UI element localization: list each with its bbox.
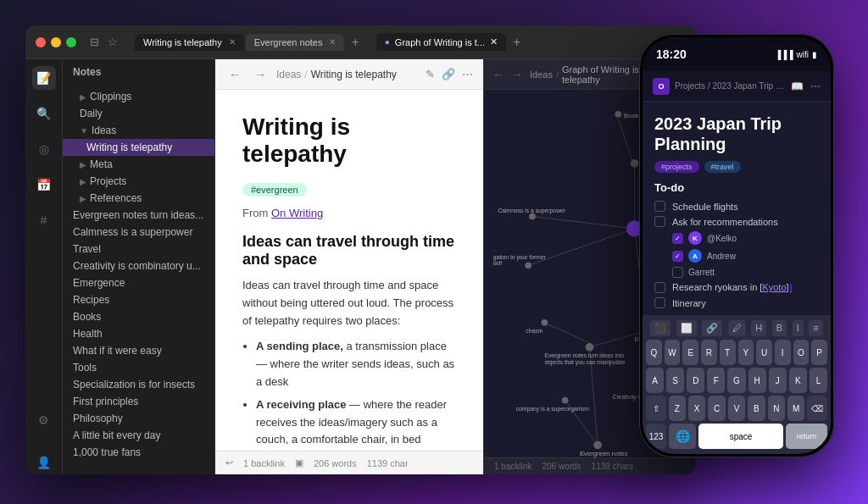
kb-toolbar-btn-pen[interactable]: 🖊 bbox=[728, 320, 746, 336]
key-i[interactable]: I bbox=[775, 340, 791, 365]
sidebar-toggle-icon[interactable]: ⊟ bbox=[90, 36, 99, 48]
key-delete[interactable]: ⌫ bbox=[807, 396, 827, 421]
tag-badge[interactable]: #evergreen bbox=[242, 183, 307, 197]
key-g[interactable]: G bbox=[727, 368, 745, 393]
tab-add-button[interactable]: + bbox=[346, 35, 364, 50]
tab-close-icon[interactable]: ✕ bbox=[229, 37, 236, 47]
more-icon[interactable]: ⋯ bbox=[810, 80, 821, 92]
sidebar-item-health[interactable]: Health bbox=[63, 325, 214, 342]
search-icon[interactable]: 🔍 bbox=[32, 102, 56, 125]
kb-toolbar-btn-list[interactable]: ≡ bbox=[809, 320, 822, 336]
sidebar-item-tools[interactable]: Tools bbox=[63, 359, 214, 376]
graph-node-chasm[interactable] bbox=[542, 319, 548, 326]
kb-toolbar-btn-1[interactable]: ⬛ bbox=[650, 320, 670, 336]
key-w[interactable]: W bbox=[665, 340, 681, 365]
todo-checkbox-checked[interactable]: ✓ bbox=[672, 233, 683, 244]
key-number[interactable]: 123 bbox=[646, 424, 666, 449]
todo-item-flights[interactable]: Schedule flights bbox=[654, 201, 819, 212]
maximize-button[interactable] bbox=[66, 37, 76, 47]
minimize-button[interactable] bbox=[51, 37, 61, 47]
graph-icon[interactable]: ◎ bbox=[32, 137, 56, 161]
todo-checkbox-checked[interactable]: ✓ bbox=[672, 251, 683, 262]
todo-checkbox[interactable] bbox=[654, 282, 665, 293]
sidebar-item-books[interactable]: Books bbox=[63, 308, 214, 325]
key-k[interactable]: K bbox=[789, 368, 807, 393]
tab-graph-close-icon[interactable]: ✕ bbox=[490, 36, 498, 47]
key-n[interactable]: N bbox=[768, 396, 785, 421]
phone-tag-travel[interactable]: #travel bbox=[704, 161, 741, 173]
close-button[interactable] bbox=[36, 37, 46, 47]
link-icon[interactable]: 🔗 bbox=[442, 68, 455, 80]
sidebar-item-recipes[interactable]: Recipes bbox=[63, 291, 214, 308]
key-m[interactable]: M bbox=[787, 396, 804, 421]
key-f[interactable]: F bbox=[707, 368, 725, 393]
key-l[interactable]: L bbox=[810, 368, 827, 393]
key-d[interactable]: D bbox=[687, 368, 704, 393]
sidebar-item-evergreen-turn[interactable]: Evergreen notes turn ideas... bbox=[63, 207, 214, 224]
sidebar-item-daily[interactable]: Daily bbox=[63, 105, 214, 122]
key-r[interactable]: R bbox=[701, 340, 717, 365]
sidebar-item-references[interactable]: ▶ References bbox=[63, 190, 214, 207]
sidebar-item-emergence[interactable]: Emergence bbox=[63, 274, 214, 291]
todo-item-ryokans[interactable]: Research ryokans in [Kyoto] bbox=[654, 282, 819, 293]
back-button[interactable]: ← bbox=[225, 65, 244, 84]
sidebar-item-philosophy[interactable]: Philosophy bbox=[63, 410, 214, 427]
graph-node-eg-notes[interactable] bbox=[593, 441, 602, 450]
edit-icon[interactable]: ✎ bbox=[426, 68, 435, 80]
todo-item-itinerary[interactable]: Itinerary bbox=[654, 297, 819, 308]
tag-icon[interactable]: # bbox=[32, 208, 56, 232]
sidebar-item-projects[interactable]: ▶ Projects bbox=[63, 173, 214, 190]
sidebar-item-writing-telepathy[interactable]: Writing is telepathy bbox=[63, 139, 214, 156]
key-s[interactable]: S bbox=[666, 368, 684, 393]
key-y[interactable]: Y bbox=[738, 340, 754, 365]
todo-checkbox[interactable] bbox=[672, 267, 683, 278]
key-p[interactable]: P bbox=[811, 340, 827, 365]
sidebar-item-clippings[interactable]: ▶ Clippings bbox=[63, 88, 214, 105]
todo-checkbox[interactable] bbox=[654, 297, 665, 308]
search-icon[interactable]: ☆ bbox=[108, 36, 118, 48]
key-b[interactable]: B bbox=[748, 396, 765, 421]
tab-graph[interactable]: ● Graph of Writing is t... ✕ bbox=[376, 33, 506, 51]
more-icon[interactable]: ⋯ bbox=[462, 68, 473, 80]
key-z[interactable]: Z bbox=[669, 396, 686, 421]
graph-node-evergreen-turn[interactable] bbox=[586, 343, 594, 352]
sidebar-item-little-bit[interactable]: A little bit every day bbox=[63, 427, 214, 444]
sidebar-item-1000-fans[interactable]: 1,000 true fans bbox=[63, 444, 214, 461]
key-u[interactable]: U bbox=[756, 340, 772, 365]
kb-toolbar-btn-2[interactable]: ⬜ bbox=[676, 320, 697, 336]
forward-button[interactable]: → bbox=[251, 65, 270, 84]
key-q[interactable]: Q bbox=[646, 340, 662, 365]
key-o[interactable]: O bbox=[793, 340, 810, 365]
sidebar-item-calmness[interactable]: Calmness is a superpower bbox=[63, 224, 214, 241]
key-j[interactable]: J bbox=[769, 368, 787, 393]
sidebar-item-ideas[interactable]: ▼ Ideas bbox=[63, 122, 214, 139]
key-space[interactable]: space bbox=[698, 424, 783, 449]
graph-node-gation[interactable] bbox=[525, 262, 531, 269]
graph-breadcrumb-parent[interactable]: Ideas bbox=[530, 69, 553, 80]
key-v[interactable]: V bbox=[728, 396, 745, 421]
key-globe[interactable]: 🌐 bbox=[669, 424, 696, 449]
todo-item-recommendations[interactable]: Ask for recommendations bbox=[654, 216, 819, 227]
on-writing-link[interactable]: On Writing bbox=[271, 207, 323, 219]
tab-writing[interactable]: Writing is telepathy ✕ bbox=[135, 34, 244, 51]
settings-icon[interactable]: ⚙ bbox=[32, 408, 56, 432]
person-icon[interactable]: 👤 bbox=[32, 451, 56, 474]
book-icon[interactable]: 📖 bbox=[791, 80, 804, 92]
key-e[interactable]: E bbox=[682, 340, 698, 365]
graph-node-calmness[interactable] bbox=[529, 213, 536, 220]
kb-toolbar-btn-link[interactable]: 🔗 bbox=[702, 320, 722, 336]
sidebar-item-creativity[interactable]: Creativity is combinatory u... bbox=[63, 258, 214, 274]
key-t[interactable]: T bbox=[720, 340, 736, 365]
key-h[interactable]: H bbox=[748, 368, 766, 393]
sidebar-item-easy[interactable]: What if it were easy bbox=[63, 342, 214, 359]
tab-close-icon[interactable]: ✕ bbox=[329, 37, 336, 47]
tab-evergreen[interactable]: Evergreen notes ✕ bbox=[246, 34, 345, 51]
phone-tag-projects[interactable]: #projects bbox=[654, 161, 699, 173]
graph-forward-button[interactable]: → bbox=[511, 68, 523, 81]
calendar-icon[interactable]: 📅 bbox=[32, 173, 56, 197]
key-a[interactable]: A bbox=[646, 368, 664, 393]
kb-toolbar-btn-i[interactable]: I bbox=[793, 320, 804, 336]
key-x[interactable]: X bbox=[688, 396, 705, 421]
graph-node-books[interactable] bbox=[615, 111, 621, 118]
kb-toolbar-btn-h[interactable]: H bbox=[751, 320, 766, 336]
